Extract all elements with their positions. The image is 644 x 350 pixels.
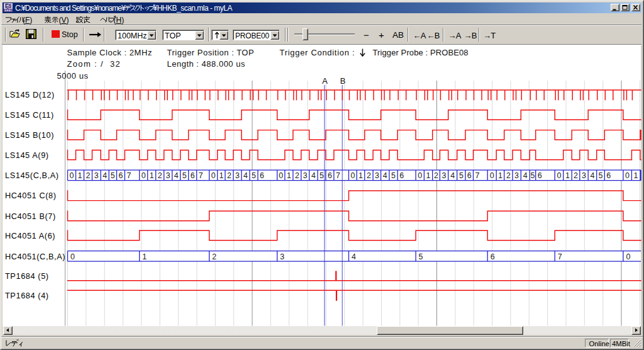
svg-text:4: 4 <box>352 252 356 261</box>
svg-text:3: 3 <box>94 171 99 180</box>
svg-text:LS145 C(11): LS145 C(11) <box>5 111 54 120</box>
svg-text:6: 6 <box>328 171 332 180</box>
svg-text:7: 7 <box>199 171 203 180</box>
svg-text:6: 6 <box>260 171 264 180</box>
svg-text:7: 7 <box>558 252 562 261</box>
svg-text:A: A <box>322 76 328 86</box>
svg-text:4: 4 <box>383 171 387 180</box>
svg-text:3: 3 <box>280 252 284 261</box>
svg-text:7: 7 <box>126 171 131 180</box>
svg-text:LS145 B(10): LS145 B(10) <box>5 131 54 140</box>
svg-text:HC4051(C,B,A): HC4051(C,B,A) <box>5 252 65 261</box>
svg-text:4: 4 <box>450 171 455 180</box>
svg-text:0: 0 <box>70 252 75 261</box>
svg-text:5: 5 <box>459 171 464 180</box>
svg-text:1: 1 <box>358 171 363 180</box>
svg-text:2: 2 <box>212 252 216 261</box>
svg-text:HC4051 A(6): HC4051 A(6) <box>5 232 55 240</box>
svg-text:3: 3 <box>166 171 170 180</box>
svg-text:4: 4 <box>591 171 595 180</box>
svg-text:Trigger Probe : PROBE08: Trigger Probe : PROBE08 <box>373 48 469 57</box>
svg-text:1: 1 <box>150 171 154 180</box>
svg-text:1: 1 <box>498 171 502 180</box>
svg-text:0: 0 <box>350 171 355 180</box>
svg-text:1: 1 <box>634 171 638 180</box>
svg-text:3: 3 <box>514 171 519 180</box>
svg-text:5: 5 <box>531 171 535 180</box>
svg-text:HC4051 C(8): HC4051 C(8) <box>5 191 57 200</box>
svg-text:4: 4 <box>103 171 107 180</box>
svg-text:Zoom : / 32: Zoom : / 32 <box>67 59 121 69</box>
svg-text:Trigger Condition :: Trigger Condition : <box>280 48 355 57</box>
svg-text:2: 2 <box>158 171 162 180</box>
svg-text:2: 2 <box>86 171 91 180</box>
svg-text:1: 1 <box>426 171 431 180</box>
svg-text:4: 4 <box>523 171 528 180</box>
svg-text:7: 7 <box>475 171 480 180</box>
svg-text:1: 1 <box>219 171 223 180</box>
svg-text:LS145 A(9): LS145 A(9) <box>5 151 49 160</box>
svg-text:5: 5 <box>599 171 603 180</box>
svg-text:1: 1 <box>142 252 147 261</box>
svg-text:4: 4 <box>311 171 316 180</box>
svg-text:Trigger Position : TOP: Trigger Position : TOP <box>167 48 255 57</box>
svg-text:4: 4 <box>174 171 179 180</box>
svg-text:5: 5 <box>182 171 187 180</box>
svg-text:LS145(C,B,A): LS145(C,B,A) <box>5 171 59 180</box>
svg-text:5: 5 <box>319 171 324 180</box>
svg-text:6: 6 <box>467 171 472 180</box>
svg-text:2: 2 <box>574 171 578 180</box>
svg-text:2: 2 <box>434 171 438 180</box>
svg-text:B: B <box>340 76 346 86</box>
svg-text:5: 5 <box>391 171 396 180</box>
svg-text:0: 0 <box>142 171 146 180</box>
svg-text:Length : 488.000 us: Length : 488.000 us <box>167 59 245 69</box>
svg-text:5: 5 <box>111 171 115 180</box>
svg-text:5: 5 <box>419 252 423 261</box>
svg-text:0: 0 <box>626 252 630 261</box>
svg-text:3: 3 <box>235 171 240 180</box>
svg-text:LS145 D(12): LS145 D(12) <box>5 91 55 99</box>
svg-text:2: 2 <box>227 171 231 180</box>
svg-text:0: 0 <box>418 171 422 180</box>
svg-text:TP1684 (4): TP1684 (4) <box>5 291 49 300</box>
svg-text:2: 2 <box>367 171 371 180</box>
svg-text:7: 7 <box>336 171 340 180</box>
svg-text:6: 6 <box>606 171 611 180</box>
svg-text:0: 0 <box>70 171 74 180</box>
svg-text:TP1684 (5): TP1684 (5) <box>5 272 49 281</box>
svg-text:5: 5 <box>252 171 256 180</box>
svg-text:4: 4 <box>243 171 248 180</box>
svg-text:1: 1 <box>287 171 291 180</box>
svg-text:3: 3 <box>303 171 308 180</box>
svg-text:3: 3 <box>442 171 447 180</box>
svg-text:0: 0 <box>211 171 216 180</box>
svg-text:0: 0 <box>557 171 562 180</box>
svg-text:0: 0 <box>490 171 494 180</box>
svg-text:6: 6 <box>538 171 542 180</box>
svg-text:3: 3 <box>375 171 379 180</box>
svg-text:0: 0 <box>279 171 283 180</box>
svg-text:5000 us: 5000 us <box>57 71 89 81</box>
svg-text:6: 6 <box>118 171 123 180</box>
svg-text:HC4051 B(7): HC4051 B(7) <box>5 212 56 221</box>
svg-text:2: 2 <box>295 171 299 180</box>
svg-text:2: 2 <box>506 171 511 180</box>
svg-text:1: 1 <box>78 171 82 180</box>
svg-text:3: 3 <box>582 171 586 180</box>
svg-text:6: 6 <box>491 252 495 261</box>
svg-text:6: 6 <box>399 171 404 180</box>
svg-text:6: 6 <box>191 171 195 180</box>
svg-text:0: 0 <box>625 171 630 180</box>
svg-text:Sample Clock : 2MHz: Sample Clock : 2MHz <box>67 48 152 57</box>
svg-text:1: 1 <box>565 171 570 180</box>
